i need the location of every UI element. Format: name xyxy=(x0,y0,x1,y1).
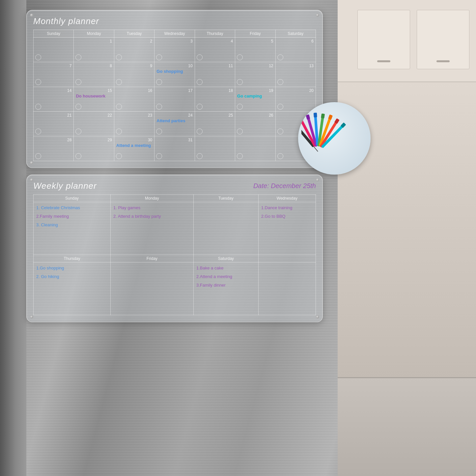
screw-bl-w xyxy=(30,315,33,319)
calendar-day-cell: 31 xyxy=(154,136,195,161)
day-number: 16 xyxy=(116,88,152,93)
day-number: 3 xyxy=(156,39,192,43)
day-circle xyxy=(35,54,41,60)
day-circle xyxy=(75,153,81,159)
calendar-day-cell: 2 xyxy=(114,38,154,62)
day-circle xyxy=(35,153,41,159)
day-circle xyxy=(156,104,162,110)
day-number: 29 xyxy=(76,138,112,142)
cabinet-handle-right xyxy=(436,60,450,62)
day-circle xyxy=(156,79,162,85)
day-number: 20 xyxy=(278,88,314,93)
calendar-day-cell: 11 xyxy=(195,62,235,87)
day-number: 6 xyxy=(278,39,314,43)
screw-tl-w xyxy=(30,178,33,182)
day-circle xyxy=(197,128,203,134)
day-number: 15 xyxy=(76,88,112,93)
day-circle xyxy=(156,128,162,134)
calendar-day-cell: 29 xyxy=(74,136,114,161)
day-number: 28 xyxy=(36,138,71,142)
calendar-event: Go camping xyxy=(237,94,273,99)
day-circle xyxy=(237,104,243,110)
cabinet-handle-left xyxy=(377,60,390,62)
calendar-day-cell: 30Attend a meeting xyxy=(114,136,154,161)
kitchen-background xyxy=(338,0,476,476)
day-number: 31 xyxy=(156,138,192,142)
calendar-day-cell: 19Go camping xyxy=(235,87,275,112)
calendar-day-cell: 26 xyxy=(235,112,275,136)
calendar-week-row: 78910Go shopping111213 xyxy=(34,62,316,87)
calendar-day-cell: 20 xyxy=(275,87,316,112)
cabinet-door-right xyxy=(417,10,469,69)
day-number: 22 xyxy=(76,113,112,118)
day-circle xyxy=(197,79,203,85)
day-number: 26 xyxy=(237,113,273,118)
svg-line-2 xyxy=(314,147,318,152)
day-number: 18 xyxy=(197,88,233,93)
day-circle xyxy=(116,153,122,159)
day-number: 11 xyxy=(197,64,233,68)
day-circle xyxy=(116,54,122,60)
day-number: 21 xyxy=(36,113,71,118)
day-circle xyxy=(237,128,243,134)
day-circle xyxy=(277,79,283,85)
calendar-day-cell: 25 xyxy=(195,112,235,136)
markers-display xyxy=(298,102,371,175)
day-circle xyxy=(75,104,81,110)
svg-rect-10 xyxy=(321,113,325,118)
day-circle xyxy=(197,104,203,110)
day-number: 13 xyxy=(278,64,314,68)
calendar-day-cell: 10Go shopping xyxy=(154,62,195,87)
day-number: 12 xyxy=(237,64,273,68)
calendar-week-row: 123456 xyxy=(34,38,316,62)
calendar-event: Go shopping xyxy=(156,69,192,74)
markers-svg xyxy=(301,105,367,171)
weekly-board: Weekly planner Date: December 25th Sunda… xyxy=(26,175,323,322)
day-circle xyxy=(237,54,243,60)
kitchen-counter xyxy=(338,377,476,476)
svg-rect-8 xyxy=(314,113,317,118)
calendar-day-cell: 9 xyxy=(114,62,154,87)
day-circle xyxy=(277,153,283,159)
calendar-week-row: 21222324Attend parties252627 xyxy=(34,112,316,136)
screw-top-left xyxy=(30,14,33,17)
day-circle xyxy=(277,54,283,60)
calendar-day-cell xyxy=(195,136,235,161)
calendar-event: Do housework xyxy=(76,94,112,99)
day-number: 2 xyxy=(116,39,152,43)
calendar-day-cell: 22 xyxy=(74,112,114,136)
day-number: 30 xyxy=(116,138,152,142)
screw-tr-w xyxy=(316,178,319,182)
day-circle xyxy=(35,104,41,110)
day-circle xyxy=(116,79,122,85)
screw-top-right xyxy=(316,14,319,17)
calendar-day-cell: 24Attend parties xyxy=(154,112,195,136)
calendar-day-cell xyxy=(34,38,74,62)
day-circle xyxy=(75,54,81,60)
day-number: 17 xyxy=(156,88,192,93)
day-number: 23 xyxy=(116,113,152,118)
day-number: 19 xyxy=(237,88,273,93)
calendar-day-cell: 3 xyxy=(154,38,195,62)
day-number: 14 xyxy=(36,88,71,93)
monthly-calendar: Sunday Monday Tuesday Wednesday Thursday… xyxy=(33,30,316,161)
calendar-week-row: 282930Attend a meeting31 xyxy=(34,136,316,161)
svg-rect-6 xyxy=(306,114,310,120)
calendar-day-cell: 12 xyxy=(235,62,275,87)
day-circle xyxy=(75,79,81,85)
calendar-day-cell: 17 xyxy=(154,87,195,112)
calendar-day-cell: 5 xyxy=(235,38,275,62)
calendar-day-cell: 8 xyxy=(74,62,114,87)
day-circle xyxy=(237,153,243,159)
monthly-board: Monthly planner Sunday Monday Tuesday We… xyxy=(26,10,323,168)
calendar-day-cell: 1 xyxy=(74,38,114,62)
calendar-day-cell: 21 xyxy=(34,112,74,136)
day-number: 1 xyxy=(76,39,112,43)
day-circle xyxy=(156,54,162,60)
day-circle xyxy=(277,104,283,110)
day-circle xyxy=(237,79,243,85)
day-number: 25 xyxy=(197,113,233,118)
calendar-day-cell: 28 xyxy=(34,136,74,161)
upper-cabinet xyxy=(338,0,476,82)
cabinet-door-left xyxy=(357,10,410,69)
